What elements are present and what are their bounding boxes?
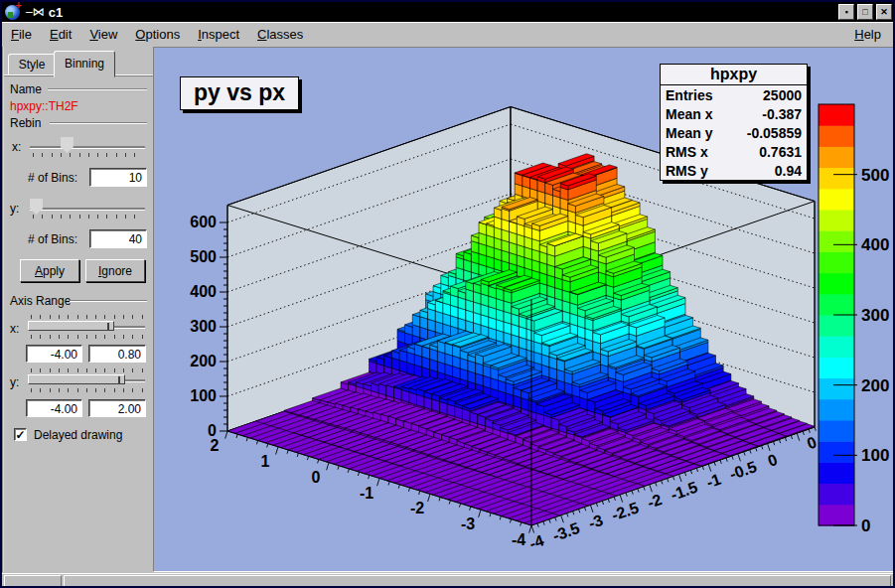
range-x-max-input[interactable]: [88, 345, 146, 363]
svg-text:300: 300: [861, 306, 889, 325]
root-canvas-window: –⋈ c1 ▪ □ ✕ FileEditViewOptionsInspectCl…: [0, 0, 895, 588]
svg-text:400: 400: [861, 235, 889, 254]
rebin-section-label: Rebin: [10, 116, 41, 130]
svg-text:-3: -3: [586, 512, 605, 532]
color-palette[interactable]: 0100200300400500: [819, 104, 889, 535]
axis-range-section-label: Axis Range: [10, 294, 71, 308]
stats-title: hpxpy: [661, 65, 807, 85]
svg-text:-2: -2: [410, 500, 424, 516]
svg-text:-1: -1: [360, 485, 373, 502]
rebin-x-slider-thumb[interactable]: [61, 137, 74, 153]
bins-x-label: # of Bins:: [28, 171, 77, 185]
menu-item-inspect[interactable]: Inspect: [189, 25, 248, 44]
rebin-x-slider[interactable]: [30, 146, 145, 148]
svg-text:2: 2: [211, 437, 220, 454]
bins-y-label: # of Bins:: [28, 232, 77, 246]
close-button[interactable]: ✕: [876, 4, 892, 20]
svg-text:-4: -4: [512, 531, 525, 548]
range-y-slider-notch[interactable]: [118, 376, 120, 384]
svg-text:500: 500: [861, 166, 889, 185]
status-bar: [2, 573, 893, 588]
range-y-slider-bar[interactable]: [28, 374, 125, 384]
menu-item-edit[interactable]: Edit: [41, 25, 80, 44]
svg-text:-2: -2: [645, 491, 664, 512]
plot-title-box[interactable]: py vs px: [180, 76, 299, 110]
svg-text:400: 400: [190, 283, 217, 300]
svg-text:0: 0: [861, 516, 870, 535]
divider: [70, 300, 147, 302]
tab-binning[interactable]: Binning: [54, 51, 115, 77]
stats-box[interactable]: hpxpy Entries25000Mean x-0.387Mean y-0.0…: [660, 64, 808, 181]
svg-text:-4: -4: [527, 531, 546, 552]
status-segment-left: [4, 575, 62, 587]
bins-y-input[interactable]: [89, 229, 147, 248]
stat-row: RMS x0.7631: [661, 142, 807, 161]
tab-style[interactable]: Style: [8, 54, 56, 76]
minimize-button[interactable]: ▪: [838, 4, 854, 20]
range-x-label: x:: [10, 322, 19, 336]
apply-button[interactable]: Apply: [20, 259, 79, 282]
menu-item-options[interactable]: Options: [126, 25, 189, 44]
rebin-y-slider-ticks: [33, 215, 144, 219]
rebin-x-label: x:: [12, 140, 21, 154]
range-x-slider-bar[interactable]: [28, 321, 114, 331]
svg-text:-0.5: -0.5: [727, 458, 759, 483]
svg-text:-3.5: -3.5: [550, 519, 582, 544]
range-y-ticks-bottom: [31, 388, 144, 392]
rebin-y-slider-thumb[interactable]: [30, 199, 43, 215]
bins-x-input[interactable]: [89, 168, 147, 187]
menu-item-file[interactable]: File: [2, 25, 41, 44]
delayed-drawing-label: Delayed drawing: [34, 428, 122, 442]
rebin-y-label: y:: [10, 202, 19, 216]
rebin-y-slider[interactable]: [30, 208, 145, 210]
svg-text:-2.5: -2.5: [609, 499, 641, 523]
svg-text:0: 0: [805, 433, 819, 452]
range-y-ticks-top: [31, 368, 144, 372]
divider: [48, 88, 147, 90]
svg-text:100: 100: [861, 446, 889, 465]
range-x-ticks-bottom: [31, 335, 144, 339]
status-segment-main: [64, 575, 891, 587]
svg-text:-1: -1: [704, 471, 723, 492]
svg-text:-3: -3: [461, 515, 475, 532]
stat-row: Mean y-0.05859: [661, 123, 807, 142]
window-pin-icon: –⋈: [26, 5, 45, 19]
range-y-label: y:: [10, 375, 19, 389]
editor-panel: Style Binning Name hpxpy::TH2F Rebin x: …: [2, 47, 153, 572]
menu-item-view[interactable]: View: [80, 25, 126, 44]
root-canvas[interactable]: 0100200300400500600210-1-2-3-4-4-3.5-3-2…: [153, 47, 895, 572]
rebin-x-slider-ticks: [33, 153, 144, 157]
range-x-slider-notch[interactable]: [107, 323, 109, 331]
range-x-ticks-top: [31, 315, 144, 319]
svg-text:500: 500: [190, 248, 217, 265]
svg-text:200: 200: [190, 353, 217, 369]
range-y-min-input[interactable]: [26, 399, 82, 417]
histogram-name-value: hpxpy::TH2F: [10, 99, 78, 113]
delayed-drawing-checkbox[interactable]: ✓: [14, 428, 27, 441]
range-x-min-input[interactable]: [26, 345, 82, 363]
svg-text:600: 600: [190, 214, 217, 230]
svg-text:-1.5: -1.5: [669, 479, 700, 504]
svg-text:0: 0: [312, 469, 321, 486]
stats-rows: Entries25000Mean x-0.387Mean y-0.05859RM…: [661, 85, 807, 180]
window-title: c1: [49, 5, 63, 20]
divider: [50, 122, 147, 124]
menu-item-help[interactable]: Help: [842, 25, 893, 44]
range-y-max-input[interactable]: [88, 399, 146, 417]
maximize-button[interactable]: □: [857, 4, 873, 20]
title-bar[interactable]: –⋈ c1 ▪ □ ✕: [2, 2, 893, 22]
stat-row: Entries25000: [661, 85, 807, 104]
root-app-icon: [5, 5, 20, 20]
menu-bar: FileEditViewOptionsInspectClassesHelp: [2, 22, 893, 48]
svg-text:200: 200: [861, 376, 889, 395]
ignore-button[interactable]: Ignore: [85, 259, 145, 282]
svg-text:0: 0: [766, 451, 780, 470]
name-section-label: Name: [10, 82, 42, 96]
menu-item-classes[interactable]: Classes: [248, 25, 312, 44]
stat-row: RMS y0.94: [661, 161, 807, 180]
stat-row: Mean x-0.387: [661, 104, 807, 123]
svg-text:1: 1: [261, 453, 270, 470]
svg-text:300: 300: [190, 318, 217, 335]
svg-text:100: 100: [190, 387, 217, 404]
